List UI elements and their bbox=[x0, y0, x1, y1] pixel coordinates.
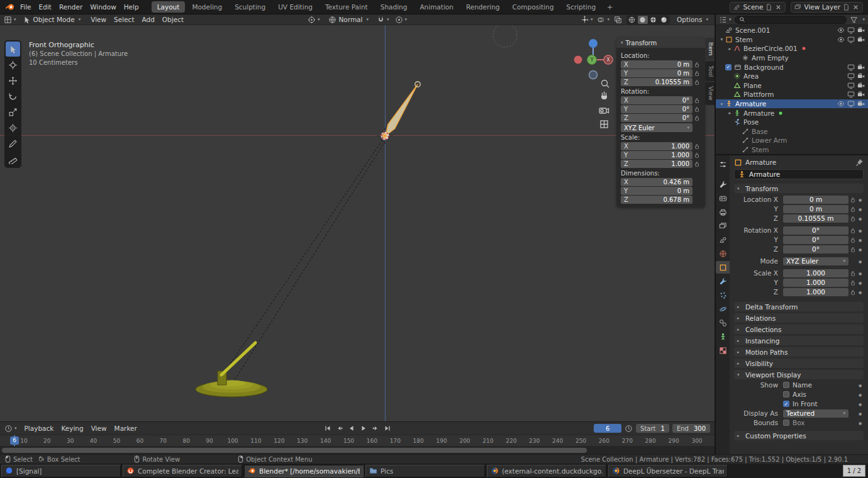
scrollbar-thumb[interactable] bbox=[2, 448, 587, 453]
lock-icon[interactable] bbox=[693, 160, 701, 167]
add-workspace-button[interactable]: + bbox=[603, 1, 617, 13]
bounds-checkbox[interactable] bbox=[783, 420, 789, 426]
workspace-tab-rendering[interactable]: Rendering bbox=[460, 1, 506, 13]
timeline-editor-button[interactable]: ▾ bbox=[4, 425, 17, 433]
properties-tab-tool[interactable] bbox=[716, 178, 730, 191]
animate-dot[interactable]: ● bbox=[857, 411, 864, 416]
outliner-row-pose[interactable]: Pose bbox=[716, 118, 868, 127]
camera-view-icon[interactable] bbox=[599, 108, 609, 113]
lock-icon[interactable] bbox=[693, 114, 701, 121]
workspace-tab-shading[interactable]: Shading bbox=[375, 1, 413, 13]
options-button[interactable]: Options▾ bbox=[674, 15, 711, 24]
z-field[interactable]: 1.000 bbox=[783, 288, 849, 296]
camera-toggle-icon[interactable] bbox=[857, 26, 865, 34]
outliner-editor-button[interactable]: ▾ bbox=[719, 16, 732, 24]
current-frame-field[interactable]: 6 bbox=[594, 424, 621, 433]
screen-toggle-icon[interactable] bbox=[847, 91, 855, 98]
timeline-menu-playback[interactable]: Playback bbox=[21, 424, 58, 433]
scene-selector[interactable]: Scene bbox=[730, 2, 786, 13]
close-icon[interactable] bbox=[775, 4, 782, 11]
outliner-row-armature[interactable]: ▾Armature bbox=[716, 99, 868, 109]
pivot-point-button[interactable]: ▾ bbox=[308, 16, 320, 24]
location-y-field[interactable]: Y0 m bbox=[621, 69, 693, 77]
animate-dot[interactable]: ● bbox=[857, 383, 864, 387]
lock-icon[interactable] bbox=[693, 152, 701, 158]
end-frame-field[interactable]: End300 bbox=[672, 424, 710, 433]
properties-tab-modifiers[interactable] bbox=[716, 275, 730, 287]
workspace-tab-animation[interactable]: Animation bbox=[414, 1, 459, 13]
screen-toggle-icon[interactable] bbox=[847, 82, 855, 89]
camera-toggle-icon[interactable] bbox=[857, 36, 865, 43]
properties-tab-output[interactable] bbox=[716, 206, 730, 218]
properties-tab-physics[interactable] bbox=[716, 303, 730, 315]
axis-checkbox[interactable] bbox=[783, 391, 789, 397]
navigation-gizmo[interactable]: Y X bbox=[574, 39, 613, 79]
snap-button[interactable]: ▾ bbox=[377, 16, 389, 24]
shading-solid-button[interactable] bbox=[638, 16, 648, 24]
z-field[interactable]: 0° bbox=[783, 245, 849, 253]
outliner-row-base[interactable]: Base bbox=[716, 127, 868, 136]
outliner-row-plattform[interactable]: Plattform bbox=[716, 90, 868, 99]
timeline-menu-marker[interactable]: Marker bbox=[111, 424, 141, 433]
properties-tab-view-layer[interactable] bbox=[716, 220, 730, 232]
annotate-tool-button[interactable] bbox=[6, 136, 20, 151]
menu-help[interactable]: Help bbox=[120, 3, 143, 11]
animate-dot[interactable]: ● bbox=[857, 281, 864, 285]
workspace-tab-uv-editing[interactable]: UV Editing bbox=[272, 1, 318, 13]
camera-toggle-icon[interactable] bbox=[857, 64, 865, 71]
timeline-ruler[interactable]: 6 10203040506070809010011012013014015016… bbox=[0, 435, 715, 446]
editor-type-button[interactable]: ▾ bbox=[4, 16, 16, 24]
section-header-motion-paths[interactable]: ▸Motion Paths bbox=[734, 347, 864, 357]
sidebar-tab-item[interactable]: Item bbox=[705, 38, 715, 60]
animate-dot[interactable]: ● bbox=[857, 247, 864, 252]
mode-field[interactable]: XYZ Euler▾ bbox=[783, 257, 849, 265]
pin-icon[interactable] bbox=[855, 158, 864, 167]
viewport-menu-object[interactable]: Object bbox=[159, 15, 187, 24]
menu-render[interactable]: Render bbox=[55, 3, 86, 11]
lock-icon[interactable] bbox=[693, 70, 701, 77]
camera-toggle-icon[interactable] bbox=[857, 91, 865, 98]
axis-z-ball[interactable] bbox=[589, 39, 598, 48]
menu-file[interactable]: File bbox=[16, 3, 35, 11]
expand-right-icon[interactable]: ▸ bbox=[726, 46, 733, 52]
lock-icon[interactable] bbox=[693, 97, 701, 104]
outliner-row-armature[interactable]: ▸Armature bbox=[716, 108, 868, 118]
outliner-row-background[interactable]: ✓Background bbox=[716, 62, 868, 72]
properties-editor-button[interactable] bbox=[716, 158, 730, 170]
workspace-tab-scripting[interactable]: Scripting bbox=[560, 1, 601, 13]
lock-icon[interactable] bbox=[849, 289, 857, 296]
rotation-x-field[interactable]: X0° bbox=[621, 96, 693, 104]
section-header-relations[interactable]: ▸Relations bbox=[734, 313, 864, 323]
camera-toggle-icon[interactable] bbox=[857, 72, 865, 80]
workspace-tab-sculpting[interactable]: Sculpting bbox=[229, 1, 271, 13]
expand-down-icon[interactable]: ▾ bbox=[718, 36, 725, 42]
menu-window[interactable]: Window bbox=[86, 3, 120, 11]
camera-toggle-icon[interactable] bbox=[857, 82, 865, 89]
workspace-tab-modeling[interactable]: Modeling bbox=[186, 1, 228, 13]
outliner-row-beziercircle-001[interactable]: ▸BezierCircle.001 bbox=[716, 44, 868, 53]
lock-icon[interactable] bbox=[849, 206, 857, 213]
viewport-menu-view[interactable]: View bbox=[87, 15, 110, 24]
shading-rendered-button[interactable] bbox=[659, 16, 669, 24]
animate-dot[interactable]: ● bbox=[857, 271, 864, 275]
screen-toggle-icon[interactable] bbox=[847, 100, 855, 108]
timeline-menu-view[interactable]: View bbox=[87, 424, 111, 433]
eye-toggle-icon[interactable] bbox=[837, 100, 845, 108]
outliner-search-input[interactable] bbox=[735, 16, 847, 24]
rotation-z-field[interactable]: Z0° bbox=[621, 114, 693, 122]
display-as-select[interactable]: Textured ▾ bbox=[783, 409, 849, 418]
scale-y-field[interactable]: Y1.000 bbox=[621, 151, 693, 159]
lock-icon[interactable] bbox=[849, 196, 857, 203]
outliner-row-plane[interactable]: Plane bbox=[716, 81, 868, 91]
location-x-field[interactable]: X0 m bbox=[621, 60, 693, 69]
rotation-y-field[interactable]: Y0° bbox=[621, 105, 693, 113]
3d-viewport[interactable]: Y X Front Orthographic (6) Scene Collect… bbox=[0, 25, 715, 421]
new-layer-icon[interactable] bbox=[843, 4, 850, 11]
transform-panel-header[interactable]: ▾ Transform bbox=[616, 38, 705, 48]
lock-icon[interactable] bbox=[693, 79, 701, 86]
animate-dot[interactable]: ● bbox=[857, 216, 864, 221]
properties-tab-particles[interactable] bbox=[716, 289, 730, 301]
timeline-menu-keying[interactable]: Keying bbox=[57, 424, 87, 433]
move-tool-button[interactable] bbox=[6, 73, 20, 88]
screen-toggle-icon[interactable] bbox=[847, 64, 855, 71]
